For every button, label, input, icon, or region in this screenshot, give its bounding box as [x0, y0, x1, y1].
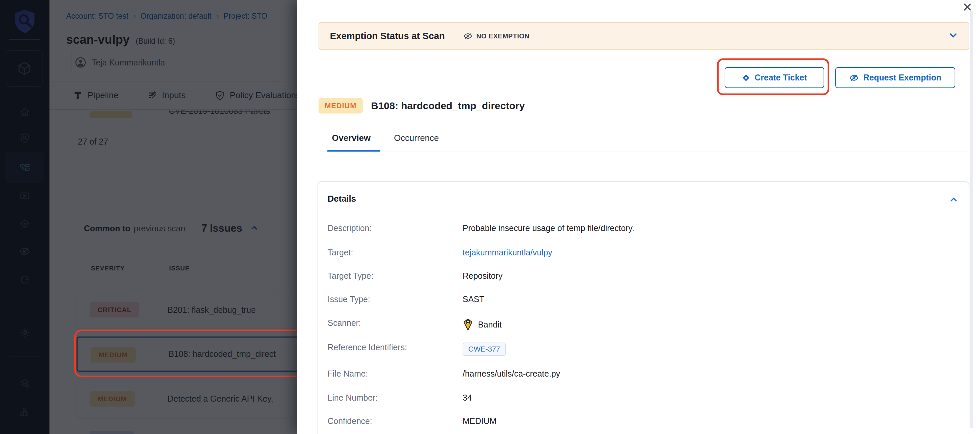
issue-details-drawer: Exemption Status at Scan NO EXEMPTION Cr…: [297, 0, 980, 434]
tab-overview[interactable]: Overview: [332, 133, 371, 143]
scanner-name: Bandit: [478, 320, 502, 329]
status-label: NO EXEMPTION: [476, 32, 530, 40]
drawer-tab-bar: Overview Occurrence: [332, 133, 439, 143]
eye-off-icon: [849, 73, 859, 82]
detail-row-line-number: Line Number: 34: [318, 393, 969, 406]
tab-divider: [318, 152, 969, 152]
chevron-up-icon[interactable]: [948, 195, 959, 206]
detail-row-reference-identifiers: Reference Identifiers: CWE-377: [318, 342, 969, 356]
issue-severity-badge: MEDIUM: [318, 98, 363, 114]
detail-row-description: Description: Probable insecure usage of …: [318, 223, 969, 237]
detail-row-target-type: Target Type: Repository: [318, 271, 969, 284]
detail-row-target: Target: tejakummarikuntla/vulpy: [318, 248, 969, 261]
detail-row-issue-type: Issue Type: SAST: [318, 295, 969, 308]
target-link[interactable]: tejakummarikuntla/vulpy: [463, 248, 552, 257]
banner-title: Exemption Status at Scan: [330, 31, 445, 41]
exemption-status-banner[interactable]: Exemption Status at Scan NO EXEMPTION: [318, 22, 969, 50]
annotation-ring-create-ticket: [717, 59, 829, 95]
details-card-title: Details: [328, 194, 356, 204]
detail-row-scanner: Scanner: Bandit: [318, 318, 969, 331]
app-root: Account: STO test › Organization: defaul…: [0, 0, 980, 434]
drawer-scrollbar[interactable]: [970, 11, 973, 428]
request-exemption-button[interactable]: Request Exemption: [835, 67, 955, 88]
button-label: Request Exemption: [863, 73, 941, 82]
issue-title: B108: hardcoded_tmp_directory: [371, 98, 525, 114]
detail-row-file-name: File Name: /harness/utils/ca-create.py: [318, 369, 969, 382]
cwe-chip[interactable]: CWE-377: [463, 342, 506, 356]
bandit-scanner-icon: [463, 318, 473, 331]
eye-off-icon: [464, 32, 472, 40]
detail-row-confidence: Confidence: MEDIUM: [318, 416, 969, 430]
tab-occurrence[interactable]: Occurrence: [394, 133, 439, 143]
exemption-status-badge: NO EXEMPTION: [464, 32, 530, 40]
details-card: Details Description: Probable insecure u…: [318, 181, 969, 434]
annotation-ring-selected-row: [74, 329, 310, 377]
chevron-down-icon[interactable]: [948, 30, 959, 42]
